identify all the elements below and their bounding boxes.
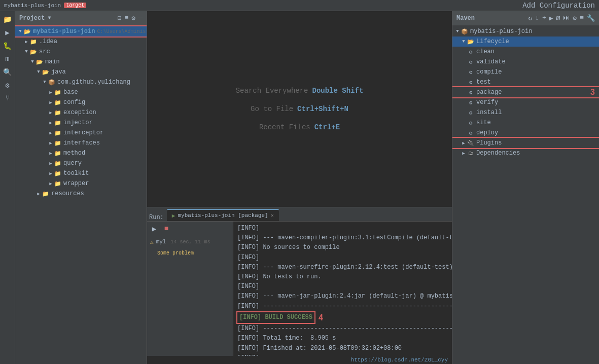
search-icon[interactable]: 🔍: [2, 66, 14, 78]
maven-panel: Maven ↻ ↓ + ▶ m ⏭ ⚙ ≡ 🔧 ▼ 📦 mybatis-plus…: [452, 11, 599, 364]
maven-package[interactable]: ⚙ package 3: [452, 87, 599, 97]
log-line-8: [INFO] --- maven-jar-plugin:2.4:jar (def…: [237, 292, 448, 301]
tree-item-interfaces[interactable]: ▶ 📁 interfaces: [15, 138, 147, 148]
com-arrow-icon: ▼: [42, 79, 48, 85]
maven-test[interactable]: ⚙ test: [452, 77, 599, 87]
maven-lifecycle-item[interactable]: ▼ 📂 Lifecycle: [452, 37, 599, 47]
injector-folder-icon: 📁: [54, 119, 62, 127]
log-line-2: [INFO] --- maven-compiler-plugin:3.1:tes…: [237, 233, 448, 243]
tree-item-base[interactable]: ▶ 📁 base: [15, 87, 147, 97]
maven-validate[interactable]: ⚙ validate: [452, 57, 599, 67]
tree-item-resources[interactable]: ▶ 📁 resources: [15, 189, 147, 199]
log-line-4: [INFO]: [237, 253, 448, 263]
maven-clean[interactable]: ⚙ clean: [452, 47, 599, 57]
root-path: C:\Users\Administrator\Desktop\m: [97, 29, 147, 34]
interfaces-label: interfaces: [63, 139, 100, 147]
maven-site[interactable]: ⚙ site: [452, 118, 599, 128]
goto-file-shortcut: Go to File Ctrl+Shift+N: [251, 105, 348, 113]
interceptor-arrow-icon: ▶: [48, 130, 54, 136]
base-label: base: [63, 89, 78, 96]
recent-files-key: Ctrl+E: [314, 123, 340, 131]
tree-item-wrapper[interactable]: ▶ 📁 wrapper: [15, 178, 147, 189]
maven-compile[interactable]: ⚙ compile: [452, 67, 599, 77]
log-line-sep1: [INFO] ---------------------------------…: [237, 302, 448, 311]
src-folder-icon: 📂: [29, 48, 38, 56]
resources-arrow-icon: ▶: [36, 191, 42, 197]
tree-item-interceptor[interactable]: ▶ 📁 interceptor: [15, 128, 147, 138]
resources-folder-icon: 📁: [42, 190, 50, 198]
tree-item-idea[interactable]: ▶ 📁 .idea: [15, 37, 147, 47]
interceptor-folder-icon: 📁: [54, 129, 62, 137]
maven-run-icon[interactable]: ▶: [549, 14, 553, 22]
maven-dependencies[interactable]: ▶ 🗂 Dependencies: [452, 148, 599, 158]
run-tab-package[interactable]: ▶ mybatis-plus-join [package] ✕: [167, 209, 279, 221]
idea-folder-icon: 📁: [29, 38, 38, 46]
maven-download-icon[interactable]: ↓: [535, 14, 539, 22]
tree-item-config[interactable]: ▶ 📁 config: [15, 97, 147, 107]
debug-icon[interactable]: 🐛: [2, 40, 14, 52]
tree-item-com[interactable]: ▼ 📦 com.github.yulichang: [15, 77, 147, 87]
settings-gear-icon[interactable]: ⚙: [131, 14, 135, 22]
tree-root-item[interactable]: ▼ 📂 mybatis-plus-join C:\Users\Administr…: [15, 26, 147, 37]
maven-collapse-icon[interactable]: ≡: [580, 14, 584, 22]
maven-refresh-icon[interactable]: ↻: [528, 14, 532, 22]
run-item-myl[interactable]: ⚠ myl 14 sec, 11 ms: [147, 236, 233, 247]
project-icon[interactable]: 📁: [2, 13, 14, 25]
maven-wrench-icon[interactable]: 🔧: [587, 14, 595, 22]
query-folder-icon: 📁: [54, 159, 62, 167]
git-icon[interactable]: ⑂: [2, 92, 14, 104]
maven-icon-sidebar[interactable]: m: [2, 53, 14, 65]
run-tab-close-icon[interactable]: ✕: [271, 212, 274, 219]
test-label: test: [476, 79, 491, 86]
tree-item-query[interactable]: ▶ 📁 query: [15, 158, 147, 168]
maven-settings-icon[interactable]: ⚙: [573, 14, 577, 22]
editor-area: Search Everywhere Double Shift Go to Fil…: [147, 11, 452, 207]
main-folder-icon: 📂: [36, 58, 44, 66]
add-config-button[interactable]: Add Configuration: [522, 2, 595, 10]
java-label: java: [51, 68, 66, 76]
maven-root-label: mybatis-plus-join: [470, 28, 532, 35]
config-arrow-icon: ▶: [48, 99, 54, 105]
tree-item-java[interactable]: ▼ 📂 java: [15, 67, 147, 77]
maven-add-icon[interactable]: +: [542, 14, 546, 22]
collapse-all-icon[interactable]: ⊟: [118, 14, 122, 22]
test-gear-icon: ⚙: [467, 78, 475, 86]
close-panel-icon[interactable]: —: [138, 14, 143, 22]
root-arrow-icon: ▼: [17, 28, 23, 34]
tree-item-method[interactable]: ▶ 📁 method: [15, 148, 147, 158]
tree-item-main[interactable]: ▼ 📂 main: [15, 57, 147, 67]
maven-plugins[interactable]: ▶ 🔌 Plugins: [452, 138, 599, 148]
recent-files-label: Recent Files: [259, 123, 310, 131]
tree-item-toolkit[interactable]: ▶ 📁 toolkit: [15, 168, 147, 178]
log-line-time: [INFO] Total time: 8.905 s: [237, 334, 448, 343]
tree-item-src[interactable]: ▼ 📂 src: [15, 47, 147, 57]
project-panel: Project ▼ ⊟ ≡ ⚙ — ▼ 📂 mybatis-plus-join …: [15, 11, 147, 364]
java-arrow-icon: ▼: [36, 69, 42, 75]
run-tab-label: mybatis-plus-join [package]: [178, 212, 268, 219]
maven-m-icon[interactable]: m: [556, 14, 560, 22]
maven-verify[interactable]: ⚙ verify: [452, 97, 599, 107]
plugins-arrow: ▶: [461, 140, 467, 146]
maven-header: Maven ↻ ↓ + ▶ m ⏭ ⚙ ≡ 🔧: [452, 11, 599, 25]
run-stop-button[interactable]: ■: [161, 224, 171, 234]
run-play-button[interactable]: ▶: [149, 224, 159, 234]
run-content: ▶ ■ ⚠ myl 14 sec, 11 ms Some problem [IN…: [147, 222, 452, 356]
num-label-3: 3: [590, 88, 595, 97]
maven-skip-icon[interactable]: ⏭: [563, 14, 570, 22]
compile-gear-icon: ⚙: [467, 68, 475, 76]
settings-icon[interactable]: ⚙: [2, 79, 14, 91]
toolkit-folder-icon: 📁: [54, 169, 62, 177]
expand-icon[interactable]: ≡: [125, 14, 129, 22]
tree-item-exception[interactable]: ▶ 📁 exception: [15, 107, 147, 118]
maven-deploy[interactable]: ⚙ deploy: [452, 128, 599, 138]
run-icon[interactable]: ▶: [2, 26, 14, 39]
run-item-label: myl: [156, 239, 166, 245]
maven-actions: ↻ ↓ + ▶ m ⏭ ⚙ ≡ 🔧: [528, 14, 595, 22]
config-label: config: [63, 99, 85, 106]
maven-tree: ▼ 📦 mybatis-plus-join ▼ 📂 Lifecycle ⚙ cl…: [452, 25, 599, 364]
goto-file-key: Ctrl+Shift+N: [297, 105, 348, 113]
log-line-success: [INFO] BUILD SUCCESS 4: [237, 311, 448, 324]
tree-item-injector[interactable]: ▶ 📁 injector: [15, 118, 147, 128]
maven-root-item[interactable]: ▼ 📦 mybatis-plus-join: [452, 26, 599, 37]
maven-install[interactable]: ⚙ install: [452, 107, 599, 118]
